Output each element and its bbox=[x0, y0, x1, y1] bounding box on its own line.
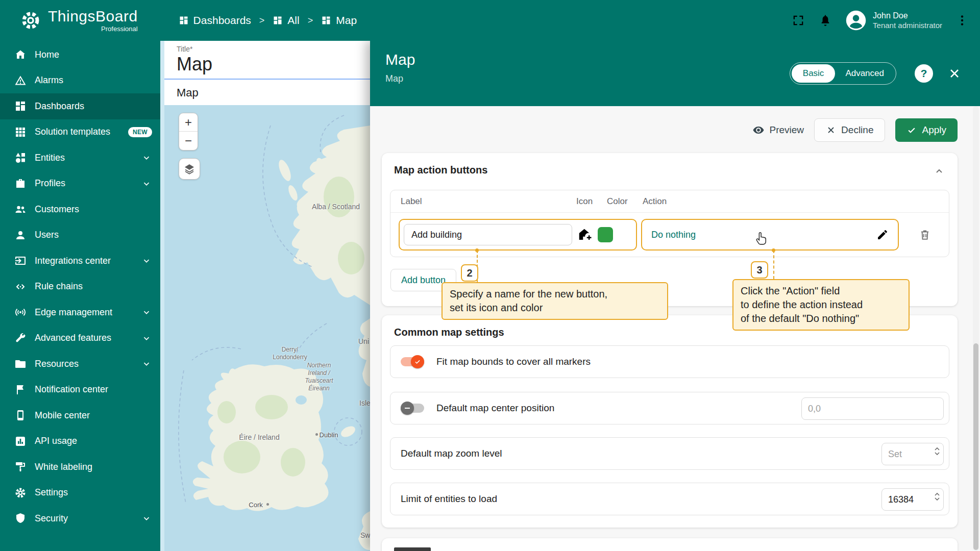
sidebar-item-label: Customers bbox=[35, 204, 79, 215]
breadcrumb-all[interactable]: All bbox=[273, 14, 299, 27]
breadcrumb-map[interactable]: Map bbox=[321, 14, 357, 27]
drawer-header: Map Map Basic Advanced ? bbox=[370, 41, 980, 106]
map-label-derry: Derry/ Londonderry bbox=[273, 346, 307, 361]
default-center-row: Default map center position bbox=[390, 392, 949, 424]
entity-limit-input[interactable] bbox=[882, 489, 932, 510]
apply-button[interactable]: Apply bbox=[895, 118, 958, 142]
chevron-down-icon bbox=[141, 358, 152, 369]
action-field[interactable]: Do nothing bbox=[641, 219, 899, 251]
sidebar-item-api-usage[interactable]: API usage bbox=[0, 429, 160, 455]
collapse-chevron-icon[interactable] bbox=[933, 165, 945, 178]
breadcrumb-dashboards[interactable]: Dashboards bbox=[179, 14, 251, 27]
sidebar-item-alarms[interactable]: Alarms bbox=[0, 68, 160, 94]
sidebar-item-users[interactable]: Users bbox=[0, 222, 160, 248]
sidebar-item-settings[interactable]: Settings bbox=[0, 480, 160, 506]
column-label: Label bbox=[401, 196, 422, 207]
app-header: ThingsBoard Professional Dashboards > Al… bbox=[0, 0, 980, 41]
sidebar-item-advanced-features[interactable]: Advanced features bbox=[0, 325, 160, 352]
breadcrumb-label: Map bbox=[336, 14, 357, 27]
map-zoom-control: + − bbox=[179, 113, 198, 151]
map-label-isle-of-man: Isle o bbox=[359, 399, 370, 407]
decline-label: Decline bbox=[841, 124, 873, 136]
breadcrumb-separator: > bbox=[308, 15, 313, 26]
title-field-value[interactable]: Map bbox=[177, 54, 370, 75]
number-stepper[interactable] bbox=[935, 493, 940, 500]
map-label-ireland: Éire / Ireland bbox=[239, 433, 279, 441]
center-position-field bbox=[801, 397, 944, 420]
user-menu[interactable]: John Doe Tenant administrator bbox=[845, 10, 942, 31]
map-widget-title: Map bbox=[177, 86, 199, 99]
sidebar-item-dashboards[interactable]: Dashboards bbox=[0, 93, 160, 119]
sidebar-item-customers[interactable]: Customers bbox=[0, 196, 160, 222]
sidebar-item-profiles[interactable]: Profiles bbox=[0, 171, 160, 197]
delete-trash-icon[interactable] bbox=[918, 228, 932, 241]
sidebar-item-solution-templates[interactable]: Solution templates NEW bbox=[0, 119, 160, 145]
sidebar-item-white-labeling[interactable]: White labeling bbox=[0, 454, 160, 480]
decline-button[interactable]: Decline bbox=[814, 118, 885, 142]
basic-tab[interactable]: Basic bbox=[792, 64, 836, 83]
action-value: Do nothing bbox=[651, 230, 696, 240]
default-center-toggle[interactable] bbox=[401, 402, 424, 415]
sidebar-item-rule-chains[interactable]: Rule chains bbox=[0, 274, 160, 300]
sidebar-item-edge-management[interactable]: Edge management bbox=[0, 299, 160, 325]
check-icon bbox=[414, 358, 421, 365]
zoom-level-input[interactable] bbox=[882, 443, 932, 465]
edit-pencil-icon[interactable] bbox=[876, 229, 889, 241]
preview-button[interactable]: Preview bbox=[752, 124, 804, 136]
close-icon[interactable] bbox=[947, 66, 962, 81]
next-section-card bbox=[382, 538, 958, 551]
entity-limit-row: Limit of entities to load bbox=[390, 483, 949, 515]
sidebar-item-label: Settings bbox=[35, 487, 68, 498]
notifications-bell-icon[interactable] bbox=[819, 14, 832, 27]
setting-label: Default map zoom level bbox=[401, 448, 502, 459]
scrollbar-thumb[interactable] bbox=[973, 343, 978, 550]
zoom-level-row: Default map zoom level bbox=[390, 437, 949, 470]
help-button[interactable]: ? bbox=[915, 64, 933, 83]
sidebar-item-security[interactable]: Security bbox=[0, 506, 160, 532]
map-layers-button[interactable] bbox=[179, 158, 200, 180]
callout-3-dot bbox=[772, 248, 775, 252]
sidebar-item-notification-center[interactable]: Notification center bbox=[0, 377, 160, 403]
thingsboard-logo[interactable]: ThingsBoard Professional bbox=[19, 9, 138, 32]
button-label-input[interactable] bbox=[404, 224, 572, 245]
fit-bounds-toggle[interactable] bbox=[401, 355, 424, 368]
fullscreen-icon[interactable] bbox=[791, 13, 805, 28]
map-label-northern-ireland: Northern Ireland / Tuaisceart Éireann bbox=[305, 362, 333, 392]
add-home-icon[interactable] bbox=[577, 227, 593, 242]
setting-label: Default map center position bbox=[436, 403, 554, 414]
sidebar-item-resources[interactable]: Resources bbox=[0, 351, 160, 377]
check-icon bbox=[906, 125, 917, 135]
home-icon bbox=[14, 48, 27, 61]
color-swatch[interactable] bbox=[598, 227, 613, 242]
sidebar-item-integrations-center[interactable]: Integrations center bbox=[0, 248, 160, 274]
chevron-down-icon bbox=[141, 255, 152, 266]
sidebar-item-label: Edge management bbox=[35, 307, 112, 318]
zoom-in-button[interactable]: + bbox=[179, 113, 198, 132]
sidebar-item-label: Resources bbox=[35, 359, 79, 369]
add-button-label: Add button bbox=[401, 275, 446, 286]
stepper-up-icon bbox=[935, 493, 940, 496]
advanced-tab[interactable]: Advanced bbox=[835, 64, 894, 83]
callout-2: Specify a name for the new button, set i… bbox=[442, 282, 668, 320]
section-title: Map action buttons bbox=[394, 164, 487, 176]
map-label-swansea: Swa bbox=[360, 531, 370, 539]
zoom-out-button[interactable]: − bbox=[179, 132, 198, 150]
number-stepper[interactable] bbox=[935, 447, 940, 455]
sidebar-item-entities[interactable]: Entities bbox=[0, 145, 160, 171]
profiles-icon bbox=[14, 178, 27, 190]
sidebar-item-label: Notification center bbox=[35, 384, 108, 395]
layers-icon bbox=[183, 163, 195, 175]
notification-center-icon bbox=[14, 384, 27, 396]
map-canvas[interactable]: Alba / Scotland Derry/ Londonderry North… bbox=[164, 105, 370, 551]
api-usage-icon bbox=[14, 435, 27, 447]
kebab-menu-icon[interactable] bbox=[955, 14, 969, 27]
widget-title-field[interactable]: Title* Map bbox=[164, 41, 370, 80]
security-icon bbox=[14, 512, 27, 524]
sidebar-item-mobile-center[interactable]: Mobile center bbox=[0, 403, 160, 429]
center-position-input[interactable] bbox=[802, 398, 943, 419]
dashboard-canvas-strip bbox=[160, 41, 164, 551]
sidebar-item-home[interactable]: Home bbox=[0, 42, 160, 68]
settings-icon bbox=[14, 487, 27, 499]
solution-templates-icon bbox=[14, 126, 27, 138]
sidebar-item-label: Users bbox=[35, 230, 59, 240]
